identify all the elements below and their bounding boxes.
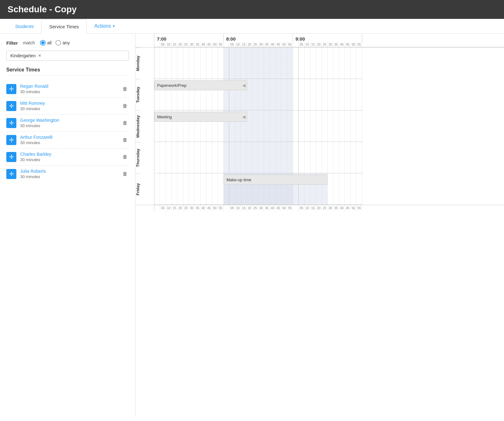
minute-tick [224,42,229,47]
grid-cell [177,173,183,205]
student-name[interactable]: Charles Barkley [20,152,117,157]
grid-cell [247,48,252,79]
radio-group: all any [40,40,70,46]
delete-button[interactable]: 🗑 [121,170,129,178]
day-label: Tuesday [135,79,140,110]
tab-service-times[interactable]: Service Times [41,19,87,34]
minute-tick: 30 [258,42,264,47]
bottom-tick-block: 0510152025303540455055 [224,205,293,211]
delete-button[interactable]: 🗑 [121,119,129,127]
hour-label: 8:00 [224,34,293,42]
student-name[interactable]: Arthur Fonzarelli [20,135,117,140]
minute-tick-block: 0510152025303540455055 [154,42,224,47]
grid-cell [305,142,310,173]
grid-cell [258,79,264,110]
makeup-event[interactable]: Make-up time [224,175,328,185]
calendar-event[interactable]: Meeting◀ [154,112,247,122]
grid-cell [154,142,160,173]
grid-cell [258,142,264,173]
drag-handle-icon[interactable]: ✛ [6,84,16,94]
grid-cell [351,48,356,79]
grid-cell [281,142,287,173]
tab-students[interactable]: Students [8,19,41,33]
bottom-minute-tick: 05 [160,205,166,211]
drag-handle-icon[interactable]: ✛ [6,135,16,145]
grid-cell [270,110,276,142]
grid-cell [154,173,160,205]
minute-tick: 45 [345,42,351,47]
grid-cell [287,110,293,142]
grid-cell [293,79,299,110]
student-name[interactable]: George Washington [20,118,117,123]
bottom-minute-tick: 35 [264,205,270,211]
grid-cell [345,48,351,79]
minute-tick: 55 [287,42,293,47]
radio-all[interactable]: all [40,40,52,46]
minute-tick: 40 [339,42,345,47]
grid-cell [356,142,362,173]
calendar-event[interactable]: Paperwork/Prep◀ [154,80,247,90]
grid-cell [328,79,333,110]
match-label: match [23,40,35,45]
actions-button[interactable]: Actions ▾ [94,19,114,33]
minute-tick: 25 [253,42,258,47]
bottom-minute-tick: 05 [299,205,304,211]
bottom-minute-tick [224,205,229,211]
drag-handle-icon[interactable]: ✛ [6,118,16,128]
grid-cell [333,142,339,173]
remove-filter-button[interactable]: × [38,53,41,59]
day-label: Thursday [135,142,140,173]
event-resize-handle[interactable]: ◀ [242,83,246,88]
grid-cell [339,48,345,79]
student-info: Julia Roberts 30 minutes [20,169,117,179]
minute-tick: 20 [247,42,252,47]
grid-cell [218,173,224,205]
student-info: George Washington 30 minutes [20,118,117,128]
bottom-tick-block: 0510152025303540455055 [293,205,362,211]
drag-handle-icon[interactable]: ✛ [6,169,16,179]
grid-cell [299,142,304,173]
filter-tag: Kindergarten × [6,51,129,61]
hour-label: 9:00 [293,34,362,42]
bottom-minute-tick [293,205,299,211]
grid-cell [293,110,299,142]
delete-button[interactable]: 🗑 [121,102,129,110]
delete-button[interactable]: 🗑 [121,85,129,93]
grid-cell [253,79,258,110]
minute-tick [154,42,160,47]
event-resize-handle[interactable]: ◀ [242,114,246,119]
radio-all-label: all [47,40,52,45]
hour-label: 7:00 [154,34,224,42]
student-name[interactable]: Mitt Romney [20,101,117,106]
student-name[interactable]: Julia Roberts [20,169,117,174]
grid-cell [328,48,333,79]
drag-handle-icon[interactable]: ✛ [6,152,16,162]
right-panel[interactable]: 7:008:009:00 051015202530354045505505101… [135,34,504,417]
bottom-minute-tick: 55 [218,205,224,211]
grid-cell [189,173,195,205]
delete-button[interactable]: 🗑 [121,136,129,144]
grid-cell [281,79,287,110]
grid-cell [229,142,235,173]
grid-cell [235,48,241,79]
grid-cell [183,142,189,173]
grid-cell [351,79,356,110]
grid-cell [345,142,351,173]
time-columns: 7:008:009:00 051015202530354045505505101… [154,34,504,47]
grid-cell [264,142,270,173]
student-name[interactable]: Regan Ronald [20,84,117,89]
radio-any[interactable]: any [55,40,70,46]
delete-button[interactable]: 🗑 [121,153,129,161]
minute-tick: 35 [333,42,339,47]
drag-handle-icon[interactable]: ✛ [6,101,16,111]
bottom-minute-tick: 15 [310,205,316,211]
grid-area: Paperwork/Prep◀Meeting◀Make-up time [154,48,504,205]
list-item: ✛ George Washington 30 minutes 🗑 [6,115,129,132]
grid-cell [345,79,351,110]
time-header: 7:008:009:00 051015202530354045505505101… [135,34,504,48]
grid-cell [224,142,229,173]
grid-cell [287,142,293,173]
minute-tick: 15 [310,42,316,47]
day-label: Wednesday [135,110,140,142]
service-times-section-title: Service Times [6,67,129,76]
